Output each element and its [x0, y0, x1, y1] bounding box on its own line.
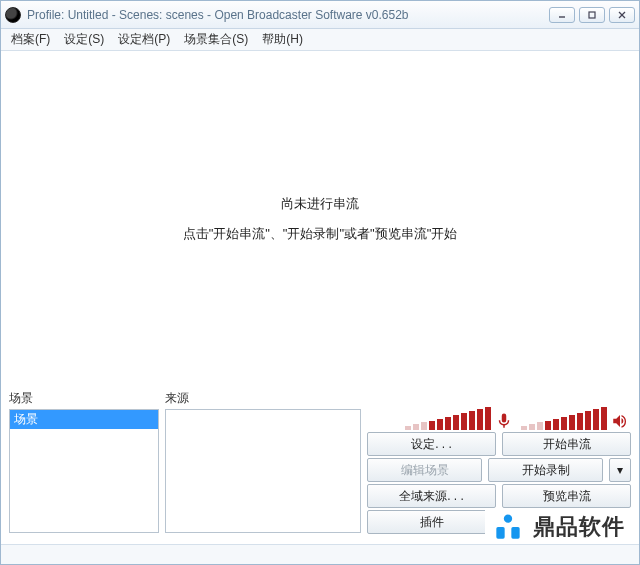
watermark-text: 鼎品软件: [533, 512, 625, 542]
menu-profiles[interactable]: 设定档(P): [112, 29, 176, 50]
minimize-button[interactable]: [549, 7, 575, 23]
titlebar: Profile: Untitled - Scenes: scenes - Ope…: [1, 1, 639, 29]
dock: 场景 场景 来源 设定.: [1, 386, 639, 544]
scenes-label: 场景: [9, 390, 159, 407]
scenes-panel: 场景 场景: [9, 390, 159, 544]
menu-help[interactable]: 帮助(H): [256, 29, 309, 50]
speaker-meter[interactable]: [521, 407, 629, 430]
watermark-logo-icon: [491, 512, 525, 542]
menu-scene-collection[interactable]: 场景集合(S): [178, 29, 254, 50]
list-item[interactable]: 场景: [10, 410, 158, 429]
edit-scene-button[interactable]: 编辑场景: [367, 458, 482, 482]
preview-area: 尚未进行串流 点击"开始串流"、"开始录制"或者"预览串流"开始: [1, 51, 639, 386]
maximize-button[interactable]: [579, 7, 605, 23]
svg-rect-5: [496, 527, 504, 539]
preview-status-line1: 尚未进行串流: [281, 195, 359, 213]
window-title: Profile: Untitled - Scenes: scenes - Ope…: [27, 8, 549, 22]
audio-meters: [367, 404, 631, 430]
preview-stream-button[interactable]: 预览串流: [502, 484, 631, 508]
close-button[interactable]: [609, 7, 635, 23]
scenes-list[interactable]: 场景: [9, 409, 159, 533]
statusbar: [1, 544, 639, 564]
sources-list[interactable]: [165, 409, 361, 533]
settings-button[interactable]: 设定. . .: [367, 432, 496, 456]
menu-file[interactable]: 档案(F): [5, 29, 56, 50]
sources-label: 来源: [165, 390, 361, 407]
svg-rect-6: [511, 527, 519, 539]
global-sources-button[interactable]: 全域来源. . .: [367, 484, 496, 508]
menu-settings[interactable]: 设定(S): [58, 29, 110, 50]
speaker-icon: [611, 412, 629, 430]
window-controls: [549, 7, 635, 23]
record-dropdown-button[interactable]: ▾: [609, 458, 631, 482]
watermark: 鼎品软件: [485, 508, 631, 544]
app-icon: [5, 7, 21, 23]
start-record-button[interactable]: 开始录制: [488, 458, 603, 482]
svg-point-4: [504, 515, 512, 523]
svg-rect-1: [589, 12, 595, 18]
start-stream-button[interactable]: 开始串流: [502, 432, 631, 456]
preview-status-line2: 点击"开始串流"、"开始录制"或者"预览串流"开始: [183, 225, 458, 243]
plugins-button[interactable]: 插件: [367, 510, 497, 534]
sources-panel: 来源: [165, 390, 361, 544]
menubar: 档案(F) 设定(S) 设定档(P) 场景集合(S) 帮助(H): [1, 29, 639, 51]
mic-meter[interactable]: [405, 407, 513, 430]
microphone-icon: [495, 412, 513, 430]
app-window: Profile: Untitled - Scenes: scenes - Ope…: [0, 0, 640, 565]
